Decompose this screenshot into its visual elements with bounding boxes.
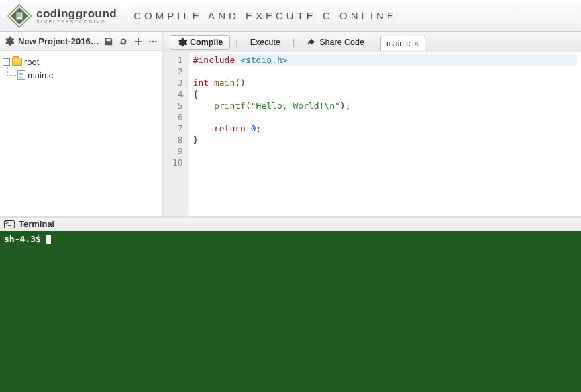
close-icon[interactable]: ✕ [413, 40, 419, 48]
terminal[interactable]: sh-4.3$ [0, 231, 581, 392]
toolbar-sep: | [234, 37, 239, 47]
tab-file[interactable]: main.c ✕ [380, 36, 425, 51]
terminal-icon [4, 220, 15, 228]
add-icon[interactable] [133, 36, 144, 47]
brand-logo[interactable]: codingground SIMPLYEASYCODING [7, 3, 117, 29]
share-button[interactable]: Share Code [300, 36, 371, 49]
folder-icon [12, 58, 22, 66]
tree-file[interactable]: main.c [3, 68, 160, 82]
brand-name: codingground [36, 8, 117, 19]
terminal-prompt: sh-4.3$ [4, 234, 41, 244]
refresh-icon[interactable] [118, 36, 129, 47]
project-name: New Project-20160818 [18, 36, 99, 46]
svg-point-7 [155, 40, 157, 42]
compile-label: Compile [190, 38, 223, 47]
main-area: New Project-20160818 − root main.c [0, 32, 581, 216]
cursor-icon [46, 235, 51, 244]
logo-icon [7, 3, 32, 29]
share-icon [307, 38, 316, 47]
terminal-header[interactable]: Terminal [0, 216, 581, 231]
more-icon[interactable] [148, 36, 158, 47]
terminal-label: Terminal [19, 219, 54, 229]
tree-root[interactable]: − root [3, 55, 160, 68]
save-icon[interactable] [103, 36, 114, 47]
collapse-icon[interactable]: − [3, 58, 10, 66]
execute-label: Execute [250, 38, 280, 47]
share-label: Share Code [319, 38, 364, 47]
brand-text: codingground SIMPLYEASYCODING [36, 8, 117, 24]
line-gutter: 12345678910 [164, 52, 189, 216]
execute-button[interactable]: Execute [244, 36, 287, 49]
page-title: COMPILE AND EXECUTE C ONLINE [134, 10, 397, 21]
toolbar-sep: | [291, 37, 296, 47]
code-content[interactable]: #include <stdio.h> int main(){ printf("H… [189, 52, 581, 216]
app-header: codingground SIMPLYEASYCODING COMPILE AN… [0, 0, 581, 32]
editor-pane: Compile | Execute | Share Code main.c ✕ … [164, 32, 581, 216]
svg-point-5 [149, 40, 151, 42]
code-editor[interactable]: 12345678910 #include <stdio.h> int main(… [164, 52, 581, 216]
file-icon [17, 70, 25, 80]
file-tree: − root main.c [0, 51, 162, 86]
tab-label: main.c [386, 39, 410, 48]
svg-point-6 [152, 40, 154, 42]
header-divider [125, 5, 125, 27]
compile-button[interactable]: Compile [170, 35, 230, 50]
sidebar: New Project-20160818 − root main.c [0, 32, 164, 216]
editor-toolbar: Compile | Execute | Share Code main.c ✕ [164, 32, 581, 52]
gear-icon [177, 38, 187, 47]
tree-file-label: main.c [28, 70, 53, 80]
brand-tagline: SIMPLYEASYCODING [36, 19, 117, 24]
gear-icon[interactable] [4, 36, 14, 46]
project-bar: New Project-20160818 [0, 32, 162, 51]
tree-root-label: root [24, 57, 39, 67]
